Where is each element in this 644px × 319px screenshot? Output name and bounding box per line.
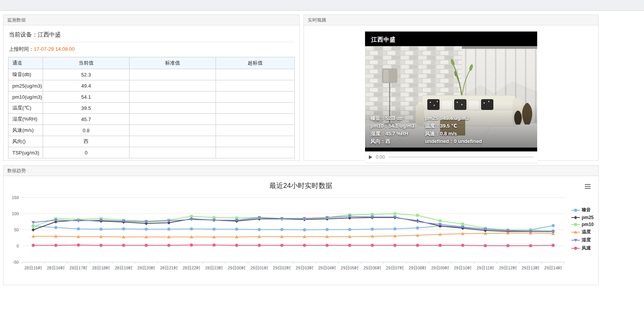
series-marker — [325, 244, 329, 247]
overlay-line: 湿度：45.7 %RH风速：0.8 m/s — [370, 130, 482, 138]
series-marker — [258, 244, 261, 247]
overlay-value: 温度：39.5 ℃ — [425, 123, 457, 129]
chart-legend: 噪音pm25pm10温度湿度风速 — [571, 207, 594, 251]
legend-item-噪音[interactable]: 噪音 — [571, 207, 594, 213]
series-marker — [552, 244, 555, 247]
series-marker — [77, 243, 80, 246]
series-marker — [190, 215, 193, 218]
series-line-风速 — [33, 245, 553, 246]
row-channel: 噪音(db) — [8, 69, 43, 80]
video-progress-bar[interactable] — [388, 156, 533, 158]
table-row: pm25(ug/m3)49.4 — [8, 80, 295, 91]
row-current: 39.5 — [43, 103, 129, 114]
overlay-value: 风向：西 — [370, 138, 419, 145]
x-axis-label: 28日20时 — [137, 266, 155, 270]
series-marker — [32, 228, 35, 232]
top-bar — [0, 0, 644, 11]
trend-chart-svg: -5005010015028日15时28日16时28日17时28日18时28日1… — [3, 193, 598, 285]
monitor-body: 当前设备：江西中盛 上报时间：17-07-29 14:08:00 通道 当前值 … — [3, 25, 299, 162]
series-marker — [122, 227, 125, 230]
series-marker — [325, 228, 329, 231]
series-marker — [190, 243, 193, 246]
table-row: pm10(ug/m3)54.1 — [8, 91, 295, 103]
chart-context-menu-button[interactable] — [583, 183, 592, 190]
series-marker — [212, 228, 216, 231]
row-exceed — [216, 69, 295, 80]
series-marker — [145, 228, 148, 231]
overlay-value: 风速：0.8 m/s — [425, 131, 457, 136]
row-channel: TSP(ug/m3) — [8, 147, 43, 158]
x-axis-label: 28日22时 — [183, 266, 200, 270]
series-marker — [416, 214, 419, 217]
legend-symbol-icon — [571, 229, 580, 235]
report-time-value: 17-07-29 14:08:00 — [34, 46, 75, 52]
legend-item-温度[interactable]: 温度 — [571, 229, 594, 235]
monitor-table-body: 噪音(db)52.3pm25(ug/m3)49.4pm10(ug/m3)54.1… — [8, 69, 295, 158]
series-marker — [371, 228, 374, 231]
x-axis-label: 28日18时 — [92, 266, 110, 270]
play-icon[interactable] — [369, 155, 372, 159]
col-header-standard: 标准值 — [129, 57, 216, 69]
series-marker — [574, 209, 577, 212]
row-exceed — [216, 103, 295, 114]
series-marker — [258, 228, 261, 231]
video-surface[interactable]: 江西中盛 — [365, 32, 537, 151]
y-axis-label: 100 — [12, 211, 19, 216]
series-marker — [506, 244, 510, 247]
series-marker — [235, 244, 238, 247]
y-axis-label: 50 — [14, 228, 19, 232]
series-marker — [122, 244, 125, 247]
row-channel: pm10(ug/m3) — [8, 91, 43, 103]
overlay-value: pm10：54.1 ug/m3 — [370, 122, 419, 130]
overlay-line: pm10：54.1 ug/m3温度：39.5 ℃ — [370, 122, 482, 130]
overlay-line: 风向：西undefined：0 undefined — [370, 138, 482, 145]
legend-item-湿度[interactable]: 湿度 — [571, 237, 594, 243]
x-axis-label: 29日13时 — [522, 266, 539, 270]
legend-label: 风速 — [582, 245, 591, 251]
monitor-table: 通道 当前值 标准值 超标值 噪音(db)52.3pm25(ug/m3)49.4… — [8, 57, 295, 158]
x-axis-label: 28日17时 — [70, 266, 87, 270]
series-marker — [77, 227, 80, 230]
legend-item-pm10[interactable]: pm10 — [571, 222, 594, 227]
legend-label: pm10 — [582, 222, 594, 227]
overlay-value: 湿度：45.7 %RH — [370, 130, 419, 138]
series-marker — [461, 223, 464, 225]
hamburger-icon — [585, 184, 591, 185]
legend-label: 湿度 — [582, 237, 591, 243]
row-standard — [129, 91, 216, 103]
x-axis-label: 28日21时 — [160, 266, 178, 270]
col-header-exceed: 超标值 — [216, 57, 295, 69]
x-axis-label: 29日06时 — [363, 266, 381, 270]
x-axis-label: 29日14时 — [544, 266, 562, 270]
series-marker — [54, 226, 57, 229]
x-axis-label: 29日00时 — [228, 266, 246, 270]
row-exceed — [216, 136, 295, 147]
row-channel: 湿度(%RH) — [8, 114, 43, 125]
col-header-channel: 通道 — [8, 57, 43, 69]
legend-symbol-icon — [571, 238, 580, 243]
series-marker — [100, 228, 103, 231]
overlay-value: undefined：0 undefined — [425, 138, 482, 144]
x-axis-label: 29日08时 — [408, 266, 426, 270]
legend-item-pm25[interactable]: pm25 — [571, 215, 594, 220]
trend-panel-title: 数据趋势 — [3, 166, 598, 176]
legend-symbol-icon — [571, 246, 580, 251]
series-marker — [574, 216, 577, 219]
table-row: TSP(ug/m3)0 — [8, 147, 295, 158]
row-channel: 风向() — [8, 136, 43, 147]
row-standard — [129, 80, 216, 91]
series-marker — [212, 243, 216, 246]
legend-symbol-icon — [571, 222, 580, 227]
row-current: 49.4 — [43, 80, 129, 91]
series-marker — [393, 244, 397, 247]
row-current: 54.1 — [43, 91, 129, 103]
row-standard — [129, 136, 216, 147]
video-player: 江西中盛 — [365, 32, 537, 163]
row-current: 45.7 — [43, 114, 129, 125]
legend-item-风速[interactable]: 风速 — [571, 245, 594, 251]
series-marker — [145, 244, 148, 247]
row-current: 0 — [43, 147, 129, 158]
series-marker — [32, 244, 35, 247]
row-standard — [129, 147, 216, 158]
series-marker — [438, 244, 442, 247]
